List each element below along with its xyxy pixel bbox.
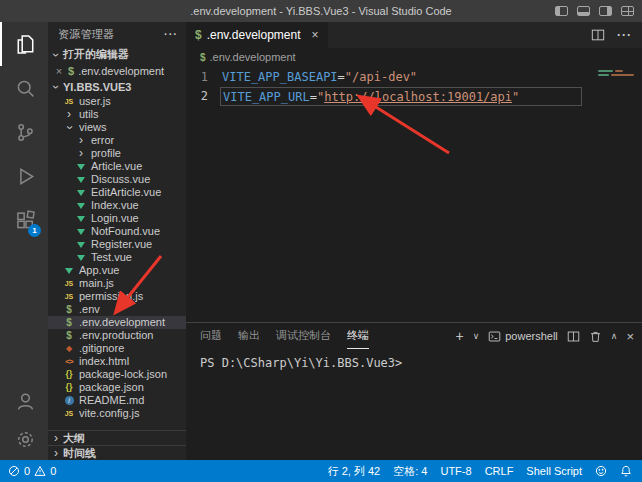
split-terminal-icon[interactable] — [567, 330, 580, 343]
file-tree: user.js utils views error — [48, 95, 186, 430]
error-icon — [8, 465, 20, 477]
extensions-icon[interactable]: 1 — [0, 198, 48, 242]
search-icon[interactable] — [0, 66, 48, 110]
code-line-2: 2 VITE_APP_URL="http://localhost:19001/a… — [186, 87, 642, 106]
main-area: 1 资源管理器 ··· › 打开的编辑器 × — [0, 22, 642, 460]
tree-item[interactable]: .env.development — [48, 316, 186, 329]
shell-file-icon: $ — [195, 28, 202, 42]
customize-layout-icon[interactable] — [621, 6, 634, 16]
tree-item[interactable]: index.html — [48, 355, 186, 368]
close-icon[interactable]: × — [54, 65, 64, 77]
tab-env-development[interactable]: $ .env.development × — [186, 22, 328, 48]
explorer-icon[interactable] — [0, 22, 48, 66]
tree-item[interactable]: README.md — [48, 394, 186, 407]
warning-count: 0 — [50, 465, 56, 477]
vue-icon — [75, 164, 87, 170]
tree-item[interactable]: package.json — [48, 381, 186, 394]
tree-item[interactable]: vite.config.js — [48, 407, 186, 420]
language-mode[interactable]: Shell Script — [526, 465, 582, 477]
panel-tab[interactable]: 输出 — [238, 323, 260, 349]
tree-item[interactable]: Login.vue — [48, 212, 186, 225]
tree-item[interactable]: Index.vue — [48, 199, 186, 212]
explorer-sidebar: 资源管理器 ··· › 打开的编辑器 × $ .env.development … — [48, 22, 186, 460]
env-variable-name: VITE_APP_URL — [223, 90, 310, 104]
tree-item[interactable]: main.js — [48, 277, 186, 290]
tree-item[interactable]: profile — [48, 147, 186, 160]
toggle-sidebar-icon[interactable] — [555, 6, 568, 16]
problems-status[interactable]: 0 0 — [8, 465, 56, 477]
tree-item[interactable]: Discuss.vue — [48, 173, 186, 186]
source-control-icon[interactable] — [0, 110, 48, 154]
chevron-right-icon: › — [51, 448, 61, 458]
tree-item[interactable]: NotFound.vue — [48, 225, 186, 238]
encoding-setting[interactable]: UTF-8 — [440, 465, 471, 477]
shell-icon — [63, 329, 75, 342]
panel-tab[interactable]: 问题 — [200, 323, 222, 349]
feedback-smiley-icon[interactable] — [595, 465, 607, 477]
url-link[interactable]: http://localhost:19001/api — [324, 90, 512, 104]
line-number: 2 — [186, 87, 220, 106]
outline-label: 大纲 — [63, 431, 85, 446]
code-editor[interactable]: 1 VITE_APP_BASEAPI="/api-dev" 2 VITE_APP… — [186, 66, 642, 322]
open-editor-item[interactable]: × $ .env.development — [48, 63, 186, 78]
info-icon — [63, 396, 75, 405]
kill-terminal-trash-icon[interactable] — [589, 330, 602, 343]
vue-icon — [75, 216, 87, 222]
indentation-setting[interactable]: 空格: 4 — [393, 464, 427, 479]
tree-item[interactable]: permission.js — [48, 290, 186, 303]
tree-item[interactable]: utils — [48, 108, 186, 121]
chevron-right-icon — [63, 108, 75, 121]
minimap[interactable] — [594, 68, 642, 138]
vue-icon — [75, 242, 87, 248]
terminal-icon — [488, 330, 501, 343]
toggle-secondary-sidebar-icon[interactable] — [599, 6, 612, 16]
close-panel-icon[interactable]: × — [626, 329, 634, 344]
tree-item[interactable]: EditArticle.vue — [48, 186, 186, 199]
panel-tab[interactable]: 终端 — [347, 323, 369, 349]
tree-item[interactable]: package-lock.json — [48, 368, 186, 381]
sidebar-header: 资源管理器 ··· — [48, 22, 186, 46]
tree-item[interactable]: error — [48, 134, 186, 147]
assignment-operator: = — [338, 70, 345, 84]
run-debug-icon[interactable] — [0, 154, 48, 198]
project-section-header[interactable]: › YI.BBS.VUE3 — [48, 78, 186, 95]
terminal-prompt: PS D:\CSharp\Yi\Yi.BBS.Vue3> — [200, 356, 402, 370]
chevron-down-icon — [63, 122, 76, 134]
cursor-position[interactable]: 行 2, 列 42 — [328, 464, 381, 479]
maximize-panel-icon[interactable]: ∧ — [611, 331, 618, 341]
project-name: YI.BBS.VUE3 — [63, 81, 131, 93]
outline-section[interactable]: › 大纲 — [48, 430, 186, 445]
shell-icon — [63, 316, 75, 329]
account-icon[interactable] — [0, 382, 48, 420]
tree-item[interactable]: .env.production — [48, 329, 186, 342]
timeline-label: 时间线 — [63, 446, 96, 461]
activity-bar: 1 — [0, 22, 48, 460]
terminal-instance-powershell[interactable]: powershell — [488, 330, 558, 343]
editor-tab-bar: $ .env.development × ··· — [186, 22, 642, 48]
vue-icon — [75, 190, 87, 196]
eol-setting[interactable]: CRLF — [485, 465, 514, 477]
error-count: 0 — [24, 465, 30, 477]
tab-close-icon[interactable]: × — [312, 28, 319, 42]
tree-item[interactable]: views — [48, 121, 186, 134]
terminal-dropdown-icon[interactable]: ∨ — [473, 331, 480, 341]
new-terminal-icon[interactable]: + — [455, 329, 463, 343]
tree-item[interactable]: .env — [48, 303, 186, 316]
settings-gear-icon[interactable] — [0, 420, 48, 458]
shell-icon — [63, 303, 75, 316]
split-editor-icon[interactable] — [591, 28, 605, 42]
panel-tab[interactable]: 调试控制台 — [276, 323, 331, 349]
tree-item[interactable]: .gitignore — [48, 342, 186, 355]
tree-item[interactable]: Article.vue — [48, 160, 186, 173]
toggle-panel-icon[interactable] — [577, 6, 590, 16]
timeline-section[interactable]: › 时间线 — [48, 445, 186, 460]
breadcrumb[interactable]: $ .env.development — [186, 48, 642, 66]
notifications-bell-icon[interactable] — [620, 465, 632, 477]
tree-item[interactable]: Test.vue — [48, 251, 186, 264]
tree-item[interactable]: Register.vue — [48, 238, 186, 251]
editor-more-actions-icon[interactable]: ··· — [617, 28, 632, 42]
open-editors-section[interactable]: › 打开的编辑器 — [48, 46, 186, 63]
explorer-more-actions-icon[interactable]: ··· — [164, 28, 178, 40]
tree-item[interactable]: App.vue — [48, 264, 186, 277]
terminal-output[interactable]: PS D:\CSharp\Yi\Yi.BBS.Vue3> — [186, 349, 642, 460]
